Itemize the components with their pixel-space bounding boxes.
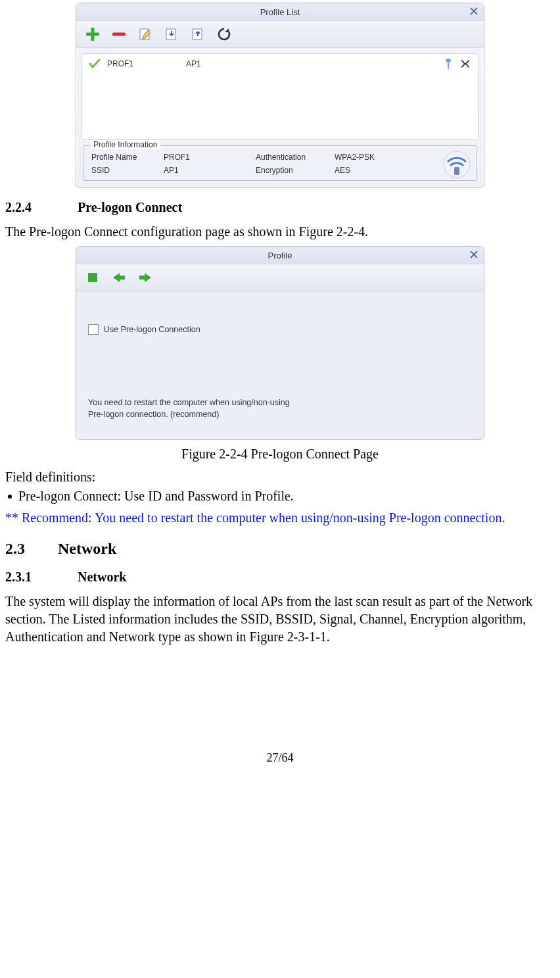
group-legend: Profile Information bbox=[90, 140, 160, 149]
handshake-icon bbox=[459, 58, 471, 70]
hint-line1: You need to restart the computer when us… bbox=[88, 397, 472, 409]
svg-rect-6 bbox=[454, 167, 459, 175]
value-ssid: AP1 bbox=[164, 166, 256, 175]
para-231: The system will display the information … bbox=[5, 593, 555, 646]
hint-text: You need to restart the computer when us… bbox=[88, 397, 472, 420]
hint-line2: Pre-logon connection. (recommend) bbox=[88, 409, 472, 421]
field-definitions-heading: Field definitions: bbox=[5, 468, 555, 486]
titlebar-2: Profile bbox=[76, 247, 484, 264]
titlebar: Profile List bbox=[76, 3, 484, 21]
bullet-text: Pre-logon Connect: Use ID and Password i… bbox=[18, 489, 294, 504]
heading-23-num: 2.3 bbox=[5, 540, 58, 558]
bullet-dot-icon bbox=[8, 495, 12, 499]
toolbar bbox=[76, 21, 484, 48]
checkbox-label: Use Pre-logon Connection bbox=[104, 325, 200, 334]
profile-list-window: Profile List PROF1 AP1 bbox=[76, 3, 484, 188]
stop-icon[interactable] bbox=[84, 269, 101, 286]
back-arrow-icon[interactable] bbox=[110, 269, 128, 286]
close-icon[interactable] bbox=[468, 5, 480, 17]
profile-body: Use Pre-logon Connection You need to res… bbox=[76, 291, 484, 439]
profile-information-group: Profile Information Profile Name PROF1 A… bbox=[83, 145, 477, 181]
svg-rect-8 bbox=[118, 276, 125, 280]
heading-224-num: 2.2.4 bbox=[5, 200, 78, 215]
forward-arrow-icon[interactable] bbox=[137, 269, 154, 286]
label-ssid: SSID bbox=[91, 166, 164, 175]
remove-icon[interactable] bbox=[110, 26, 128, 43]
label-profile-name: Profile Name bbox=[91, 153, 164, 162]
signal-icon bbox=[444, 58, 453, 70]
label-auth: Authentication bbox=[256, 153, 335, 162]
wifi-logo-icon bbox=[442, 150, 471, 179]
window2-title: Profile bbox=[268, 251, 292, 260]
value-profile-name: PROF1 bbox=[164, 153, 256, 162]
profile-name: PROF1 bbox=[107, 59, 179, 68]
svg-rect-4 bbox=[448, 62, 449, 69]
import-icon[interactable] bbox=[163, 26, 180, 43]
para-224: The Pre-logon Connect configuration page… bbox=[5, 223, 555, 241]
edit-icon[interactable] bbox=[137, 26, 154, 43]
heading-231: 2.3.1Network bbox=[5, 570, 555, 585]
close-icon-2[interactable] bbox=[468, 249, 480, 260]
heading-23-title: Network bbox=[58, 540, 116, 557]
window-title: Profile List bbox=[260, 7, 300, 17]
svg-rect-7 bbox=[88, 273, 97, 282]
checkbox-icon[interactable] bbox=[88, 324, 99, 335]
profile-list-empty bbox=[82, 74, 478, 139]
heading-231-num: 2.3.1 bbox=[5, 570, 78, 585]
heading-224: 2.2.4Pre-logon Connect bbox=[5, 200, 555, 215]
recommend-note: ** Recommend: You need to restart the co… bbox=[5, 509, 555, 527]
heading-231-title: Network bbox=[78, 570, 126, 584]
profile-ssid: AP1 bbox=[186, 59, 437, 68]
toolbar-2 bbox=[76, 264, 484, 291]
check-icon bbox=[89, 58, 101, 70]
profile-row[interactable]: PROF1 AP1 bbox=[82, 54, 478, 74]
export-icon[interactable] bbox=[189, 26, 206, 43]
profile-list-content: PROF1 AP1 bbox=[82, 53, 478, 140]
prelogon-checkbox-line[interactable]: Use Pre-logon Connection bbox=[88, 324, 472, 335]
bullet-item: Pre-logon Connect: Use ID and Password i… bbox=[8, 489, 555, 504]
page-number: 27/64 bbox=[5, 751, 555, 765]
refresh-icon[interactable] bbox=[216, 26, 233, 43]
add-icon[interactable] bbox=[84, 26, 101, 43]
svg-rect-9 bbox=[139, 276, 146, 280]
heading-224-title: Pre-logon Connect bbox=[78, 200, 182, 214]
value-enc: AES bbox=[335, 166, 400, 175]
profile-window: Profile Use Pre-logon Connection You nee… bbox=[76, 246, 484, 440]
figure-caption: Figure 2-2-4 Pre-logon Connect Page bbox=[5, 445, 555, 463]
heading-23: 2.3Network bbox=[5, 540, 555, 558]
label-enc: Encryption bbox=[256, 166, 335, 175]
value-auth: WPA2-PSK bbox=[335, 153, 400, 162]
